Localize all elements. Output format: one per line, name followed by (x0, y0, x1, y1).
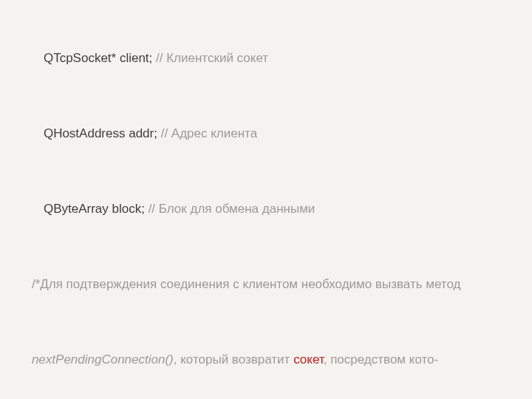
block-comment-line-1: /*Для подтверждения соединения с клиенто… (18, 247, 508, 322)
code-slide: QTcpSocket* client; // Клиентский сокет … (0, 0, 532, 399)
block-comment-text-2a: , который возвратит (174, 352, 293, 366)
block-comment-line-2: nextPendingConnection(), который возврат… (18, 322, 508, 398)
code-line-1: QTcpSocket* client; // Клиентский сокет (18, 21, 508, 96)
comment-block: // Блок для обмена данными (149, 202, 316, 216)
method-name-italic: nextPendingConnection() (32, 352, 174, 366)
decl-client: QTcpSocket* client; (44, 51, 156, 65)
decl-block: QByteArray block; (44, 202, 149, 216)
decl-addr: QHostAddress addr; (44, 126, 161, 140)
block-comment-text-2b: , посредством кото- (324, 352, 438, 366)
comment-addr: // Адрес клиента (161, 126, 258, 140)
code-line-2: QHostAddress addr; // Адрес клиента (18, 96, 508, 171)
code-line-3: QByteArray block; // Блок для обмена дан… (18, 171, 508, 247)
highlight-socket: сокет (293, 352, 324, 366)
block-comment-text-1: /*Для подтверждения соединения с клиенто… (32, 277, 464, 291)
comment-client: // Клиентский сокет (156, 51, 268, 65)
